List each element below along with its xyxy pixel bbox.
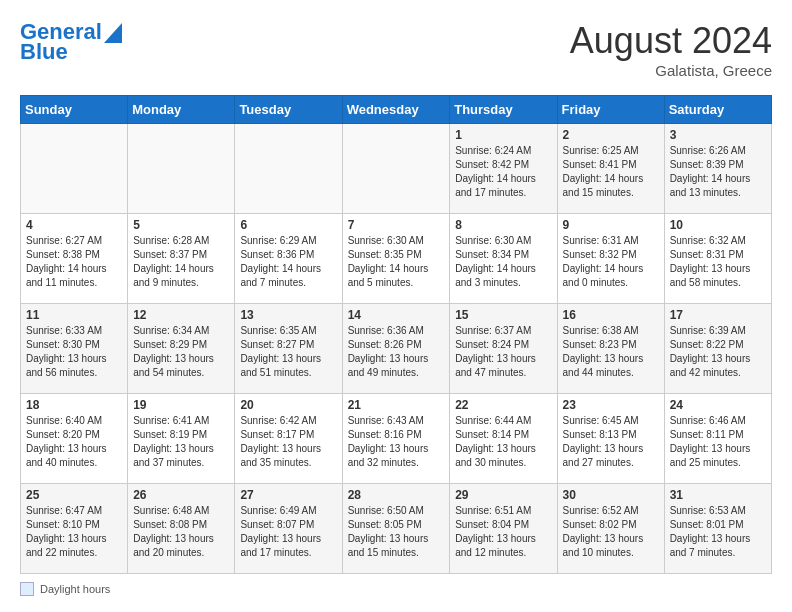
calendar-week-row: 18Sunrise: 6:40 AM Sunset: 8:20 PM Dayli… xyxy=(21,394,772,484)
day-detail: Sunrise: 6:28 AM Sunset: 8:37 PM Dayligh… xyxy=(133,234,229,290)
table-row xyxy=(342,124,450,214)
day-number: 5 xyxy=(133,218,229,232)
table-row: 31Sunrise: 6:53 AM Sunset: 8:01 PM Dayli… xyxy=(664,484,771,574)
day-number: 27 xyxy=(240,488,336,502)
day-detail: Sunrise: 6:32 AM Sunset: 8:31 PM Dayligh… xyxy=(670,234,766,290)
daylight-legend-box xyxy=(20,582,34,596)
day-number: 29 xyxy=(455,488,551,502)
month-title: August 2024 xyxy=(570,20,772,62)
page-header: General Blue August 2024 Galatista, Gree… xyxy=(20,20,772,79)
col-monday: Monday xyxy=(128,96,235,124)
table-row: 28Sunrise: 6:50 AM Sunset: 8:05 PM Dayli… xyxy=(342,484,450,574)
logo: General Blue xyxy=(20,20,122,64)
day-number: 7 xyxy=(348,218,445,232)
table-row: 5Sunrise: 6:28 AM Sunset: 8:37 PM Daylig… xyxy=(128,214,235,304)
table-row: 10Sunrise: 6:32 AM Sunset: 8:31 PM Dayli… xyxy=(664,214,771,304)
daylight-label: Daylight hours xyxy=(40,583,110,595)
col-thursday: Thursday xyxy=(450,96,557,124)
table-row: 30Sunrise: 6:52 AM Sunset: 8:02 PM Dayli… xyxy=(557,484,664,574)
day-detail: Sunrise: 6:31 AM Sunset: 8:32 PM Dayligh… xyxy=(563,234,659,290)
table-row: 2Sunrise: 6:25 AM Sunset: 8:41 PM Daylig… xyxy=(557,124,664,214)
day-number: 8 xyxy=(455,218,551,232)
day-detail: Sunrise: 6:47 AM Sunset: 8:10 PM Dayligh… xyxy=(26,504,122,560)
day-detail: Sunrise: 6:41 AM Sunset: 8:19 PM Dayligh… xyxy=(133,414,229,470)
day-number: 16 xyxy=(563,308,659,322)
calendar-week-row: 25Sunrise: 6:47 AM Sunset: 8:10 PM Dayli… xyxy=(21,484,772,574)
day-detail: Sunrise: 6:51 AM Sunset: 8:04 PM Dayligh… xyxy=(455,504,551,560)
day-detail: Sunrise: 6:30 AM Sunset: 8:35 PM Dayligh… xyxy=(348,234,445,290)
table-row xyxy=(235,124,342,214)
table-row: 21Sunrise: 6:43 AM Sunset: 8:16 PM Dayli… xyxy=(342,394,450,484)
day-detail: Sunrise: 6:29 AM Sunset: 8:36 PM Dayligh… xyxy=(240,234,336,290)
table-row: 14Sunrise: 6:36 AM Sunset: 8:26 PM Dayli… xyxy=(342,304,450,394)
col-sunday: Sunday xyxy=(21,96,128,124)
calendar-week-row: 4Sunrise: 6:27 AM Sunset: 8:38 PM Daylig… xyxy=(21,214,772,304)
day-detail: Sunrise: 6:43 AM Sunset: 8:16 PM Dayligh… xyxy=(348,414,445,470)
day-number: 10 xyxy=(670,218,766,232)
table-row: 16Sunrise: 6:38 AM Sunset: 8:23 PM Dayli… xyxy=(557,304,664,394)
calendar-week-row: 1Sunrise: 6:24 AM Sunset: 8:42 PM Daylig… xyxy=(21,124,772,214)
day-number: 14 xyxy=(348,308,445,322)
day-number: 9 xyxy=(563,218,659,232)
day-number: 12 xyxy=(133,308,229,322)
day-detail: Sunrise: 6:37 AM Sunset: 8:24 PM Dayligh… xyxy=(455,324,551,380)
day-detail: Sunrise: 6:52 AM Sunset: 8:02 PM Dayligh… xyxy=(563,504,659,560)
day-number: 15 xyxy=(455,308,551,322)
table-row: 19Sunrise: 6:41 AM Sunset: 8:19 PM Dayli… xyxy=(128,394,235,484)
day-number: 30 xyxy=(563,488,659,502)
day-detail: Sunrise: 6:30 AM Sunset: 8:34 PM Dayligh… xyxy=(455,234,551,290)
table-row: 1Sunrise: 6:24 AM Sunset: 8:42 PM Daylig… xyxy=(450,124,557,214)
table-row: 7Sunrise: 6:30 AM Sunset: 8:35 PM Daylig… xyxy=(342,214,450,304)
table-row: 12Sunrise: 6:34 AM Sunset: 8:29 PM Dayli… xyxy=(128,304,235,394)
table-row: 29Sunrise: 6:51 AM Sunset: 8:04 PM Dayli… xyxy=(450,484,557,574)
table-row: 4Sunrise: 6:27 AM Sunset: 8:38 PM Daylig… xyxy=(21,214,128,304)
location-subtitle: Galatista, Greece xyxy=(570,62,772,79)
table-row: 24Sunrise: 6:46 AM Sunset: 8:11 PM Dayli… xyxy=(664,394,771,484)
day-number: 2 xyxy=(563,128,659,142)
day-number: 31 xyxy=(670,488,766,502)
table-row: 9Sunrise: 6:31 AM Sunset: 8:32 PM Daylig… xyxy=(557,214,664,304)
day-detail: Sunrise: 6:39 AM Sunset: 8:22 PM Dayligh… xyxy=(670,324,766,380)
table-row: 3Sunrise: 6:26 AM Sunset: 8:39 PM Daylig… xyxy=(664,124,771,214)
table-row: 8Sunrise: 6:30 AM Sunset: 8:34 PM Daylig… xyxy=(450,214,557,304)
table-row: 26Sunrise: 6:48 AM Sunset: 8:08 PM Dayli… xyxy=(128,484,235,574)
day-detail: Sunrise: 6:45 AM Sunset: 8:13 PM Dayligh… xyxy=(563,414,659,470)
day-number: 19 xyxy=(133,398,229,412)
table-row xyxy=(128,124,235,214)
day-detail: Sunrise: 6:34 AM Sunset: 8:29 PM Dayligh… xyxy=(133,324,229,380)
table-row: 11Sunrise: 6:33 AM Sunset: 8:30 PM Dayli… xyxy=(21,304,128,394)
logo-triangle-icon xyxy=(104,23,122,43)
day-number: 1 xyxy=(455,128,551,142)
day-number: 25 xyxy=(26,488,122,502)
table-row: 15Sunrise: 6:37 AM Sunset: 8:24 PM Dayli… xyxy=(450,304,557,394)
footer: Daylight hours xyxy=(20,582,772,596)
day-number: 20 xyxy=(240,398,336,412)
day-number: 6 xyxy=(240,218,336,232)
table-row: 27Sunrise: 6:49 AM Sunset: 8:07 PM Dayli… xyxy=(235,484,342,574)
table-row: 23Sunrise: 6:45 AM Sunset: 8:13 PM Dayli… xyxy=(557,394,664,484)
title-block: August 2024 Galatista, Greece xyxy=(570,20,772,79)
day-number: 21 xyxy=(348,398,445,412)
day-detail: Sunrise: 6:36 AM Sunset: 8:26 PM Dayligh… xyxy=(348,324,445,380)
calendar-table: Sunday Monday Tuesday Wednesday Thursday… xyxy=(20,95,772,574)
day-detail: Sunrise: 6:38 AM Sunset: 8:23 PM Dayligh… xyxy=(563,324,659,380)
calendar-week-row: 11Sunrise: 6:33 AM Sunset: 8:30 PM Dayli… xyxy=(21,304,772,394)
day-detail: Sunrise: 6:24 AM Sunset: 8:42 PM Dayligh… xyxy=(455,144,551,200)
table-row: 13Sunrise: 6:35 AM Sunset: 8:27 PM Dayli… xyxy=(235,304,342,394)
day-number: 3 xyxy=(670,128,766,142)
day-detail: Sunrise: 6:40 AM Sunset: 8:20 PM Dayligh… xyxy=(26,414,122,470)
day-number: 23 xyxy=(563,398,659,412)
day-detail: Sunrise: 6:46 AM Sunset: 8:11 PM Dayligh… xyxy=(670,414,766,470)
table-row xyxy=(21,124,128,214)
day-number: 22 xyxy=(455,398,551,412)
table-row: 17Sunrise: 6:39 AM Sunset: 8:22 PM Dayli… xyxy=(664,304,771,394)
day-detail: Sunrise: 6:42 AM Sunset: 8:17 PM Dayligh… xyxy=(240,414,336,470)
day-detail: Sunrise: 6:49 AM Sunset: 8:07 PM Dayligh… xyxy=(240,504,336,560)
day-detail: Sunrise: 6:26 AM Sunset: 8:39 PM Dayligh… xyxy=(670,144,766,200)
day-number: 24 xyxy=(670,398,766,412)
day-detail: Sunrise: 6:35 AM Sunset: 8:27 PM Dayligh… xyxy=(240,324,336,380)
day-detail: Sunrise: 6:27 AM Sunset: 8:38 PM Dayligh… xyxy=(26,234,122,290)
col-tuesday: Tuesday xyxy=(235,96,342,124)
calendar-header-row: Sunday Monday Tuesday Wednesday Thursday… xyxy=(21,96,772,124)
day-detail: Sunrise: 6:53 AM Sunset: 8:01 PM Dayligh… xyxy=(670,504,766,560)
